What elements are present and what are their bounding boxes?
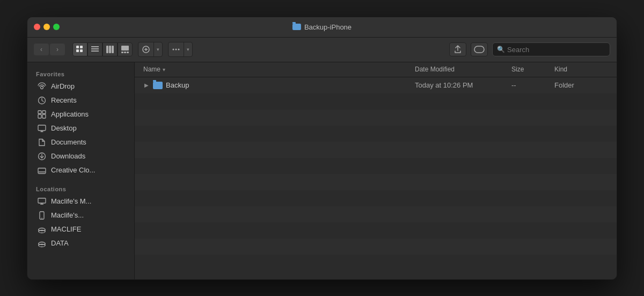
svg-rect-2: [76, 49, 79, 52]
gallery-view-button[interactable]: [118, 42, 133, 56]
file-size: --: [511, 81, 554, 89]
column-view-button[interactable]: [103, 42, 118, 56]
empty-row: [135, 206, 617, 222]
sidebar-item-documents[interactable]: Documents: [30, 135, 132, 149]
svg-rect-33: [38, 198, 46, 203]
main-area: Favorites AirDrop: [27, 62, 617, 279]
svg-rect-4: [91, 46, 99, 47]
svg-rect-10: [121, 46, 129, 50]
sidebar-item-label: Downloads: [51, 152, 85, 160]
sidebar-item-creative-cloud[interactable]: Creative Clo...: [30, 163, 132, 177]
action-button[interactable]: ▾: [168, 42, 193, 57]
sidebar-item-label: Maclife's M...: [51, 197, 91, 205]
svg-rect-8: [109, 46, 111, 53]
file-list: Name ▾ Date Modified Size Kind ▶ Backup …: [135, 62, 617, 279]
file-kind: Folder: [554, 81, 608, 89]
window-title: Backup-iPhone: [292, 23, 352, 31]
svg-rect-11: [121, 52, 123, 53]
svg-rect-13: [127, 52, 129, 53]
empty-row: [135, 239, 617, 255]
svg-point-17: [173, 49, 174, 50]
search-box[interactable]: 🔍: [492, 42, 610, 56]
mac-icon: [37, 197, 47, 206]
close-button[interactable]: [34, 24, 40, 30]
svg-rect-3: [80, 49, 83, 52]
view-options-arrow[interactable]: ▾: [153, 42, 162, 56]
sidebar-item-downloads[interactable]: Downloads: [30, 149, 132, 163]
folder-icon: [153, 82, 163, 89]
sidebar-item-data-drive[interactable]: DATA: [30, 236, 132, 250]
svg-point-37: [41, 218, 42, 219]
kind-column-header[interactable]: Kind: [554, 66, 608, 73]
disclosure-triangle[interactable]: ▶: [143, 82, 150, 89]
finder-window: Backup-iPhone ‹ ›: [27, 17, 617, 280]
empty-row: [135, 93, 617, 110]
empty-row: [135, 110, 617, 126]
view-options-icon: [138, 42, 153, 56]
svg-rect-6: [91, 50, 99, 52]
sidebar-item-maclife-mac[interactable]: Maclife's M...: [30, 194, 132, 208]
iphone-icon: [37, 211, 47, 220]
svg-rect-32: [38, 168, 46, 174]
svg-rect-25: [38, 111, 41, 114]
sidebar-item-label: DATA: [51, 239, 69, 247]
file-date: Today at 10:26 PM: [415, 81, 511, 89]
sidebar-item-label: Creative Clo...: [51, 166, 95, 174]
forward-button[interactable]: ›: [50, 44, 65, 55]
icon-view-button[interactable]: [72, 42, 87, 56]
empty-row: [135, 142, 617, 158]
sidebar-item-recents[interactable]: Recents: [30, 93, 132, 107]
action-arrow[interactable]: ▾: [184, 42, 192, 56]
svg-rect-9: [112, 46, 114, 53]
maximize-button[interactable]: [53, 24, 60, 30]
empty-row: [135, 190, 617, 206]
svg-rect-24: [42, 114, 46, 118]
name-column-header[interactable]: Name ▾: [143, 66, 415, 73]
titlebar: Backup-iPhone: [27, 17, 617, 38]
column-headers: Name ▾ Date Modified Size Kind: [135, 62, 617, 77]
creative-cloud-icon: [37, 165, 47, 175]
size-column-header[interactable]: Size: [511, 66, 554, 73]
file-name: Backup: [166, 81, 189, 89]
empty-row: [135, 174, 617, 190]
toolbar: ‹ ›: [27, 38, 617, 62]
view-options-button[interactable]: ▾: [138, 42, 163, 57]
file-name-cell: ▶ Backup: [143, 81, 415, 89]
search-input[interactable]: [507, 46, 605, 54]
recents-icon: [37, 96, 47, 105]
sort-arrow: ▾: [163, 67, 165, 73]
empty-row: [135, 158, 617, 174]
back-button[interactable]: ‹: [34, 44, 49, 55]
share-button[interactable]: [449, 42, 466, 56]
nav-buttons: ‹ ›: [34, 44, 65, 55]
sidebar-item-label: AirDrop: [51, 82, 75, 90]
sidebar-item-label: Applications: [51, 110, 89, 118]
table-row[interactable]: ▶ Backup Today at 10:26 PM -- Folder: [135, 77, 617, 93]
svg-rect-7: [106, 46, 108, 53]
title-folder-icon: [292, 24, 301, 30]
applications-icon: [37, 110, 47, 119]
svg-rect-20: [474, 46, 484, 53]
sidebar-item-desktop[interactable]: Desktop: [30, 121, 132, 135]
minimize-button[interactable]: [43, 24, 50, 30]
search-icon: 🔍: [497, 46, 505, 53]
svg-rect-12: [124, 52, 126, 53]
sidebar-item-label: Recents: [51, 96, 77, 104]
data-drive-icon: [37, 239, 47, 248]
airdrop-icon: [37, 82, 47, 91]
tag-button[interactable]: [471, 42, 488, 56]
list-view-button[interactable]: [87, 42, 103, 56]
empty-row: [135, 126, 617, 142]
sidebar-item-label: Desktop: [51, 124, 77, 132]
sidebar-item-maclife-drive[interactable]: MACLIFE: [30, 222, 132, 236]
svg-point-21: [41, 86, 43, 89]
sidebar-item-applications[interactable]: Applications: [30, 107, 132, 121]
sidebar-item-label: MACLIFE: [51, 225, 81, 233]
sidebar-item-maclife-iphone[interactable]: Maclife's...: [30, 208, 132, 222]
sidebar-item-airdrop[interactable]: AirDrop: [30, 80, 132, 93]
sidebar: Favorites AirDrop: [27, 62, 135, 279]
svg-rect-1: [80, 46, 83, 48]
svg-rect-26: [42, 111, 46, 114]
date-column-header[interactable]: Date Modified: [415, 66, 511, 73]
empty-row: [135, 222, 617, 239]
